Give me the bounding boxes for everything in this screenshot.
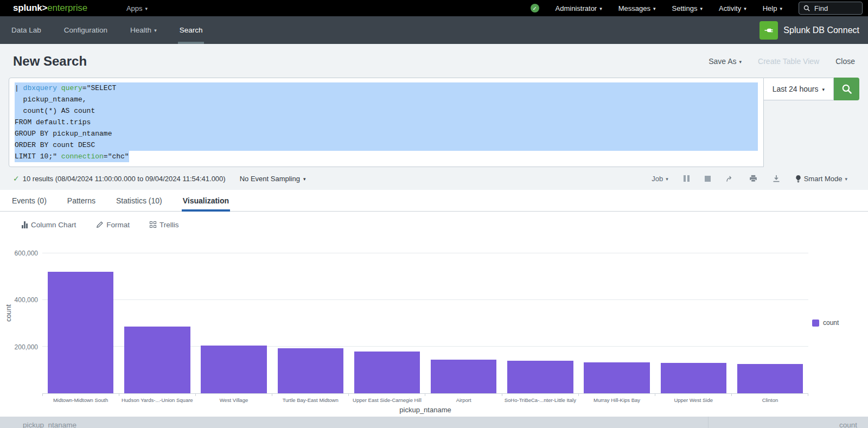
chart-bar-slot <box>272 253 349 393</box>
nav-item-label: Search <box>180 26 203 34</box>
chevron-down-icon: ▾ <box>780 7 782 11</box>
top-system-bar: splunk>enterprise Apps ▾ ✓ Administrator… <box>0 0 868 16</box>
db-connect-plug-icon <box>760 21 778 40</box>
event-sampling-label: No Event Sampling <box>240 175 300 183</box>
save-as-button[interactable]: Save As ▾ <box>709 57 742 66</box>
messages-menu[interactable]: Messages ▾ <box>618 4 656 12</box>
chart-bar[interactable] <box>507 361 573 393</box>
print-icon <box>749 175 757 182</box>
search-upper-panel: New Search Save As ▾ Create Table View C… <box>0 44 868 190</box>
trellis-button[interactable]: Trellis <box>150 221 179 229</box>
find-search-box[interactable] <box>799 2 863 15</box>
event-sampling-menu[interactable]: No Event Sampling ▾ <box>240 175 306 183</box>
messages-menu-label: Messages <box>618 4 650 12</box>
chevron-down-icon: ▾ <box>145 7 148 11</box>
chart-bar[interactable] <box>48 272 113 393</box>
success-check-icon: ✓ <box>13 174 20 183</box>
chevron-down-icon: ▾ <box>303 177 306 182</box>
nav-item-data-lab[interactable]: Data Lab <box>0 16 53 44</box>
find-input[interactable] <box>813 4 857 13</box>
share-button[interactable] <box>718 175 742 182</box>
table-header-count[interactable]: count <box>708 417 868 428</box>
nav-item-label: Health <box>130 26 151 34</box>
chart-bar-slot <box>119 253 195 393</box>
search-mode-menu[interactable]: Smart Mode ▾ <box>788 175 855 183</box>
search-mode-label: Smart Mode <box>804 175 843 183</box>
chart-bar-slot <box>425 253 502 393</box>
administrator-menu-label: Administrator <box>556 4 597 12</box>
nav-item-search[interactable]: Search <box>168 16 214 44</box>
search-query-editor[interactable]: | dbxquery query="SELECT pickup_ntaname,… <box>9 78 764 167</box>
page-header: New Search Save As ▾ Create Table View C… <box>0 44 868 76</box>
tab-events[interactable]: Events (0) <box>11 190 48 211</box>
activity-menu[interactable]: Activity ▾ <box>719 4 746 12</box>
chart-legend[interactable]: count <box>812 319 839 327</box>
administrator-menu[interactable]: Administrator ▾ <box>556 4 602 12</box>
chevron-down-icon: ▾ <box>739 60 742 65</box>
chart-bar[interactable] <box>124 327 190 393</box>
chart-bar[interactable] <box>431 360 496 393</box>
x-axis-tick <box>195 394 196 396</box>
tab-patterns[interactable]: Patterns <box>66 190 97 211</box>
job-menu-label: Job <box>652 175 663 183</box>
stop-button[interactable] <box>697 176 718 182</box>
x-axis-tick <box>425 394 425 396</box>
settings-menu[interactable]: Settings ▾ <box>672 4 703 12</box>
chart-bar[interactable] <box>584 362 649 393</box>
help-menu[interactable]: Help ▾ <box>763 4 782 12</box>
x-axis-tick <box>502 394 502 396</box>
chart-bars <box>42 253 808 393</box>
settings-menu-label: Settings <box>672 4 698 12</box>
query-line: count(*) AS count <box>15 105 758 117</box>
x-axis-tick <box>348 394 349 396</box>
splunk-logo[interactable]: splunk>enterprise <box>13 3 87 14</box>
tab-statistics[interactable]: Statistics (10) <box>115 190 163 211</box>
export-button[interactable] <box>765 175 788 182</box>
pause-button[interactable] <box>676 175 697 182</box>
tab-label: Visualization <box>183 196 229 205</box>
logo-brand-text: splunk> <box>13 3 47 13</box>
run-search-button[interactable] <box>834 78 859 100</box>
results-tabs: Events (0) Patterns Statistics (10) Visu… <box>0 190 868 212</box>
chart-bar[interactable] <box>737 364 803 393</box>
chart-type-label: Column Chart <box>31 221 76 229</box>
chart-bar-slot <box>502 253 578 393</box>
pause-icon <box>684 175 690 182</box>
tab-label: Events (0) <box>12 196 47 205</box>
table-header-pickup-ntaname[interactable]: pickup_ntaname <box>0 417 708 428</box>
x-axis-label: Midtown-Midtown South <box>42 397 119 403</box>
query-line: pickup_ntaname, <box>15 94 758 105</box>
chart-bar[interactable] <box>201 346 266 393</box>
x-axis-tick <box>272 394 272 396</box>
format-button[interactable]: Format <box>96 221 130 229</box>
x-axis-label: Clinton <box>732 397 808 403</box>
close-label: Close <box>835 57 855 66</box>
query-line: LIMIT 10;" connection="chc" <box>15 151 758 162</box>
page-title: New Search <box>13 53 87 70</box>
query-line: GROUP BY pickup_ntaname <box>15 128 758 139</box>
print-button[interactable] <box>742 175 765 182</box>
apps-menu[interactable]: Apps ▾ <box>126 4 148 12</box>
chart-type-picker[interactable]: Column Chart <box>22 221 76 229</box>
nav-item-label: Configuration <box>64 26 107 34</box>
nav-item-configuration[interactable]: Configuration <box>53 16 119 44</box>
time-range-picker[interactable]: Last 24 hours ▾ <box>764 78 834 100</box>
close-button[interactable]: Close <box>835 57 855 66</box>
results-status-bar: ✓ 10 results (08/04/2024 11:00:00.000 to… <box>0 167 868 190</box>
chart-bar[interactable] <box>278 348 343 393</box>
tab-visualization[interactable]: Visualization <box>182 190 230 211</box>
chart-bar[interactable] <box>661 363 726 393</box>
x-axis-label: Upper East Side-Carnegie Hill <box>349 397 425 403</box>
apps-menu-label: Apps <box>126 4 143 12</box>
job-menu[interactable]: Job ▾ <box>644 175 676 183</box>
system-status-icon[interactable]: ✓ <box>531 4 539 12</box>
help-menu-label: Help <box>763 4 777 12</box>
column-chart-icon <box>22 221 28 228</box>
x-axis-label: West Village <box>195 397 272 403</box>
chart-bar[interactable] <box>354 352 420 393</box>
create-table-view-button[interactable]: Create Table View <box>758 57 819 66</box>
chart-bar-slot <box>655 253 732 393</box>
chart-yticks: 200,000400,000600,000 <box>0 253 38 394</box>
chart-xticks <box>42 394 808 396</box>
nav-item-health[interactable]: Health ▾ <box>119 16 168 44</box>
